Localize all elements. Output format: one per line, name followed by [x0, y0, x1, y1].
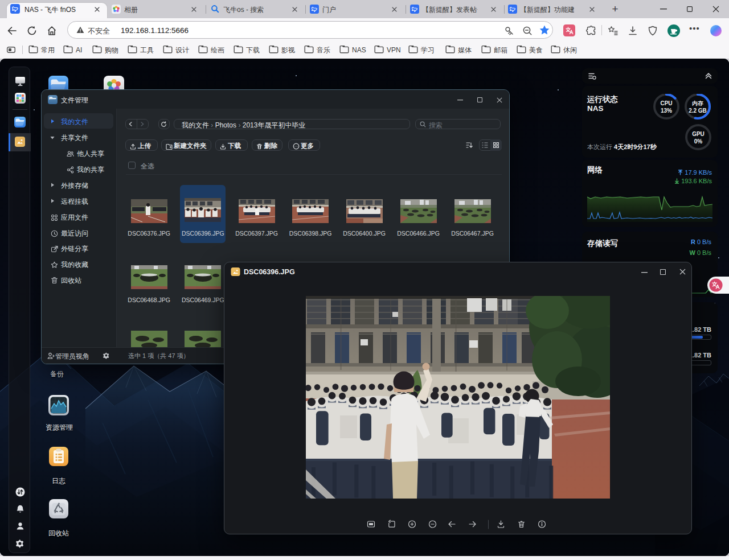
svg-text:2.2 GB: 2.2 GB — [689, 108, 707, 114]
svg-text:GPU: GPU — [692, 131, 705, 137]
svg-text:CPU: CPU — [660, 100, 672, 106]
svg-text:13%: 13% — [661, 108, 672, 114]
svg-text:0%: 0% — [694, 138, 703, 145]
svg-text:内存: 内存 — [692, 100, 703, 106]
